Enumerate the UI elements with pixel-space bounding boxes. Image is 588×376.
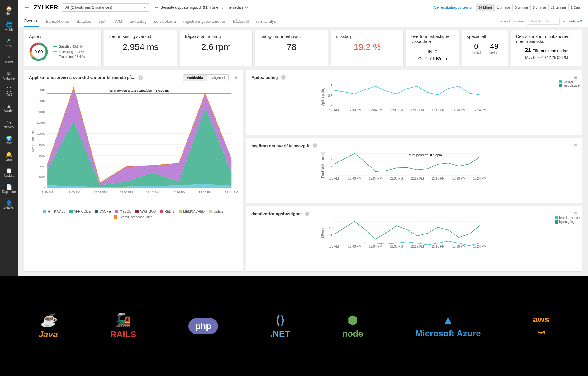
svg-text:95th percentil  = 5 cpm: 95th percentil = 5 cpm [409, 153, 442, 157]
nav-rom[interactable]: 🌍Rom [0, 132, 18, 148]
chart-request-fee: begäran om överlåtelseavgift i ≡ 0246Pro… [246, 138, 582, 204]
see-report-link[interactable]: Se resultatrapporten ⧉ [434, 5, 472, 10]
nav-icon: 🏠 [6, 6, 12, 11]
svg-text:12:08 PM: 12:08 PM [390, 108, 403, 112]
svg-text:12000: 12000 [37, 121, 46, 124]
svg-text:12:00 PM: 12:00 PM [67, 190, 80, 194]
info-icon[interactable]: i [305, 212, 309, 216]
date-picker[interactable]: May 6, 2019 [527, 18, 560, 25]
apdex-value: 0.69 [34, 49, 43, 54]
kpi-title: mängd som behövs.. [260, 34, 323, 39]
tab-översikt[interactable]: Översikt [24, 18, 39, 27]
svg-text:12:16 PM: 12:16 PM [431, 177, 445, 180]
toggle-option[interactable]: webbsida [183, 75, 206, 81]
nav-nätverk[interactable]: ⇆Nätverk [0, 116, 18, 132]
nav-azurblå[interactable]: ▲Azurblå [0, 100, 18, 116]
svg-text:12:04 PM: 12:04 PM [369, 108, 382, 112]
svg-text:2000: 2000 [39, 176, 45, 179]
refresh-icon[interactable]: ↻ [245, 5, 248, 10]
time-range-option[interactable]: 6 timmar [530, 4, 548, 11]
nav-admini..[interactable]: 👤Admini.. [0, 197, 18, 213]
time-range-option[interactable]: 3 timmar [512, 4, 530, 11]
tab-rom analys[interactable]: rom analys [256, 19, 276, 27]
svg-text:12:12 PM: 12:12 PM [410, 177, 424, 180]
nav-icon: ⇆ [7, 120, 11, 125]
chart-legend: tjänarewebbläsare [559, 80, 580, 88]
kpi-apdex: Apdex 0.69 Satisfied 63.5 %Tolerating 11… [24, 30, 102, 66]
svg-text:1:56 AM: 1:56 AM [42, 190, 53, 194]
kpi-errors: misstag 19.2 % [331, 30, 404, 66]
tech-logos-band: ☕Java 🚂RAILS php ⟨⟩.NET ⬢node ▲Microsoft… [0, 276, 588, 376]
nav-icon: 🌍 [6, 136, 12, 141]
nav-server[interactable]: ≡server [0, 51, 18, 67]
nav-rapporter[interactable]: 📄Rapporter [0, 181, 18, 197]
nav-applog[interactable]: 📋AppLog [0, 165, 18, 181]
apdex-gauge: 0.69 [29, 42, 48, 61]
toggle-option[interactable]: bakgrund [207, 75, 229, 81]
info-icon[interactable]: i [281, 75, 286, 80]
time-range-option[interactable]: 1 timmar [494, 4, 512, 11]
kpi-data-throughput: överföringshastighet vissa data IN: 0 OU… [406, 30, 459, 66]
nav-larm[interactable]: 🔔Larm [0, 148, 18, 165]
chart-data-throughput: dataöverföringshastighet i ≡ 051015KB/mi… [246, 206, 582, 272]
tab-undantag[interactable]: undantag [130, 19, 146, 27]
apdex-legend: Satisfied 63.5 %Tolerating 11.1 %Frustra… [53, 44, 85, 60]
tab-spår[interactable]: spår [99, 19, 107, 27]
svg-text:Produktivitet (cpm): Produktivitet (cpm) [321, 152, 325, 178]
kpi-value: 78 [260, 42, 323, 52]
back-arrow-icon[interactable]: ← [24, 4, 30, 11]
svg-text:95 % av den totala svarstiden : 95 % av den totala svarstiden = 17392 ms [109, 89, 169, 92]
chart-title: dataöverföringshastighet [251, 211, 302, 216]
nav-apm[interactable]: 👁APM [0, 35, 18, 51]
tab-trådprofil[interactable]: trådprofil [233, 19, 249, 27]
tab-databas[interactable]: databas [77, 19, 91, 27]
svg-text:12:12 PM: 12:12 PM [146, 190, 159, 194]
tab-servicekarta[interactable]: servicekarta [154, 19, 176, 27]
time-range-option[interactable]: 30 Minut [476, 4, 495, 11]
menu-icon[interactable]: ≡ [234, 74, 238, 81]
chart-legend: HTTP CALLAPP CODECACHEMYSQLAWS_SQSREDISM… [29, 210, 238, 219]
svg-text:0: 0 [44, 186, 46, 190]
logo-aws: aws⤻ [533, 315, 549, 337]
list-icon: ≣ [155, 5, 159, 10]
nav-aws[interactable]: ⛶AWS [0, 84, 18, 100]
kpi-title: frågans omfattning [185, 34, 248, 39]
svg-text:12:04 PM: 12:04 PM [369, 245, 382, 248]
time-range-option[interactable]: 12 timmar [548, 4, 568, 11]
svg-text:12:24 PM: 12:24 PM [473, 108, 486, 112]
tab-jvm[interactable]: JVM [114, 19, 122, 27]
info-icon[interactable]: i [313, 143, 317, 148]
host-selector[interactable]: All (2 hosts and 2 instances) [62, 3, 149, 12]
time-range-option[interactable]: 1 Dag [568, 4, 582, 11]
logo-php: php [188, 318, 218, 334]
nav-vmware[interactable]: ⧉VMware [0, 67, 18, 84]
chart-title: begäran om överlåtelseavgift [251, 143, 310, 148]
last-update-number: 21 [202, 5, 208, 10]
logo-java: ☕Java [39, 312, 58, 340]
svg-text:12:16 PM: 12:16 PM [172, 190, 185, 194]
throughput-plot: 051015KB/min:56 AM12:00 PM12:04 PM12:08 … [251, 219, 577, 250]
tab-registreringsparametrar[interactable]: registreringsparametrar [183, 19, 225, 27]
external-link-icon: ⧉ [469, 6, 472, 9]
sidebar: 🏠Hem🌐webb👁APM≡server⧉VMware⛶AWS▲Azurblå⇆… [0, 0, 18, 276]
svg-text:0: 0 [330, 105, 332, 108]
nav-webb[interactable]: 🌐webb [0, 19, 18, 35]
svg-text:14000: 14000 [37, 110, 46, 113]
kpi-value: 19.2 % [336, 42, 399, 52]
nav-icon: 🌐 [6, 22, 12, 27]
chart-legend: byte-inmatningbyteutgång [555, 216, 580, 224]
chart-view-toggle: webbsidabakgrund [183, 74, 229, 81]
menu-icon[interactable]: ≡ [574, 142, 577, 149]
svg-text:4000: 4000 [39, 165, 45, 168]
compare-link[interactable]: att jämföra ⧉ [563, 19, 582, 23]
info-icon[interactable]: i [138, 75, 143, 80]
external-link-icon: ⧉ [580, 19, 582, 23]
app-title: ZYLKER [34, 4, 58, 11]
chart-apdex-score: Apdex poäng i ≡ 00.51Apdex poäng:56 AM12… [246, 70, 582, 135]
tab-transaktioner[interactable]: transaktioner [46, 19, 69, 27]
nav-icon: ⧉ [7, 71, 11, 76]
svg-text:16000: 16000 [37, 99, 46, 102]
svg-text:12:16 PM: 12:16 PM [431, 108, 445, 112]
svg-text:2: 2 [330, 166, 332, 169]
nav-hem[interactable]: 🏠Hem [0, 2, 18, 19]
